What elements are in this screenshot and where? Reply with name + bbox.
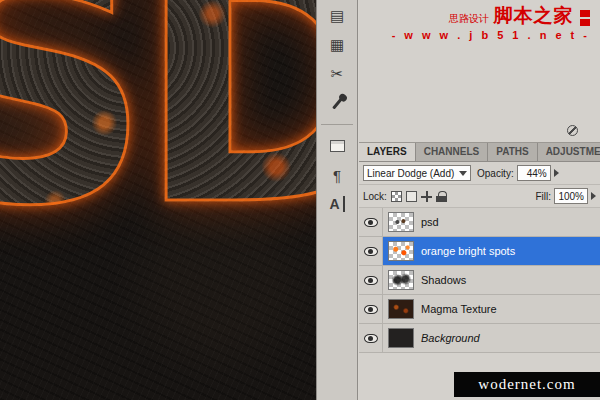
fill-label: Fill: — [535, 191, 551, 202]
lock-label: Lock: — [363, 191, 387, 202]
layer-name[interactable]: Shadows — [421, 274, 466, 286]
watermark-prefix: 思路设计 — [449, 13, 489, 24]
opacity-field[interactable]: 44% — [517, 165, 551, 181]
opacity-slider-arrow[interactable] — [554, 169, 559, 177]
tab-adjustments[interactable]: ADJUSTMENT — [538, 143, 600, 161]
layer-list: psd orange bright spots Shadows — [359, 208, 600, 353]
panel-tabs: LAYERS CHANNELS PATHS ADJUSTMENT — [359, 143, 600, 162]
lock-position-icon[interactable] — [421, 191, 432, 202]
history-panel-icon[interactable]: ▤ — [320, 3, 354, 29]
layer-row-magma-texture[interactable]: Magma Texture — [359, 295, 600, 324]
opacity-label: Opacity: — [477, 168, 514, 179]
watermark-url: - w w w . j b 5 1 . n e t - — [392, 29, 590, 43]
eyedropper-glyph — [332, 97, 343, 109]
styles-panel-icon[interactable]: ▦ — [320, 32, 354, 58]
eye-icon — [364, 218, 378, 227]
layer-row-shadows[interactable]: Shadows — [359, 266, 600, 295]
layer-name[interactable]: orange bright spots — [421, 245, 515, 257]
panel-top-area: 思路设计 脚本之家 - w w w . j b 5 1 . n e t - — [359, 0, 600, 143]
bottom-watermark: wodernet.com — [454, 372, 600, 397]
blend-opacity-row: Linear Dodge (Add) Opacity: 44% — [359, 162, 600, 185]
visibility-toggle[interactable] — [359, 266, 383, 294]
character-glyph: A — [329, 196, 344, 212]
tab-layers[interactable]: LAYERS — [359, 143, 416, 161]
fill-field[interactable]: 100% — [554, 188, 588, 204]
visibility-toggle[interactable] — [359, 295, 383, 323]
watermark-brand: 脚本之家 — [494, 5, 574, 26]
layer-row-background[interactable]: Background — [359, 324, 600, 353]
layer-name[interactable]: Magma Texture — [421, 303, 497, 315]
eye-icon — [364, 305, 378, 314]
note-glyph — [330, 140, 345, 152]
layers-panel-dock: 思路设计 脚本之家 - w w w . j b 5 1 . n e t - LA… — [359, 0, 600, 400]
circle-slash-icon[interactable] — [567, 125, 578, 136]
tab-paths[interactable]: PATHS — [488, 143, 537, 161]
lock-buttons — [391, 191, 447, 202]
chevron-down-icon — [459, 171, 467, 176]
blend-mode-dropdown[interactable]: Linear Dodge (Add) — [363, 165, 471, 181]
lock-transparency-icon[interactable] — [391, 191, 402, 202]
layer-thumbnail[interactable] — [388, 270, 414, 290]
eye-icon — [364, 334, 378, 343]
visibility-toggle[interactable] — [359, 237, 383, 265]
visibility-toggle[interactable] — [359, 208, 383, 236]
watermark-decoration — [580, 10, 590, 26]
site-watermark: 思路设计 脚本之家 - w w w . j b 5 1 . n e t - — [392, 4, 590, 43]
watermark-line1: 思路设计 脚本之家 — [392, 4, 590, 28]
opacity-value: 44% — [527, 168, 547, 179]
layer-thumbnail[interactable] — [388, 241, 414, 261]
notes-panel-icon[interactable] — [320, 133, 354, 159]
panel-dock-strip: ▤ ▦ ✂ ¶ A — [316, 0, 358, 400]
layer-thumbnail[interactable] — [388, 299, 414, 319]
photoshop-window: SD ▤ ▦ ✂ ¶ A 思路设计 脚本之家 - w w w . j b 5 1… — [0, 0, 600, 400]
eye-icon — [364, 247, 378, 256]
layer-name[interactable]: psd — [421, 216, 439, 228]
paragraph-panel-icon[interactable]: ¶ — [320, 162, 354, 188]
character-panel-icon[interactable]: A — [320, 191, 354, 217]
fill-value: 100% — [558, 191, 584, 202]
layer-row-orange-bright-spots[interactable]: orange bright spots — [359, 237, 600, 266]
visibility-toggle[interactable] — [359, 324, 383, 352]
lock-all-icon[interactable] — [436, 191, 447, 202]
document-canvas[interactable]: SD — [0, 0, 316, 400]
eye-icon — [364, 276, 378, 285]
fill-slider-arrow[interactable] — [591, 192, 596, 200]
scissors-icon[interactable]: ✂ — [320, 61, 354, 87]
eyedropper-icon[interactable] — [320, 90, 354, 116]
layer-name[interactable]: Background — [421, 332, 480, 344]
layer-thumbnail[interactable] — [388, 212, 414, 232]
strip-divider — [321, 124, 353, 125]
layer-thumbnail[interactable] — [388, 328, 414, 348]
blend-mode-value: Linear Dodge (Add) — [367, 168, 454, 179]
tab-channels[interactable]: CHANNELS — [416, 143, 489, 161]
layer-row-psd[interactable]: psd — [359, 208, 600, 237]
lock-pixels-icon[interactable] — [406, 191, 417, 202]
lock-fill-row: Lock: Fill: 100% — [359, 185, 600, 208]
lava-text-artwork: SD — [0, 0, 316, 252]
